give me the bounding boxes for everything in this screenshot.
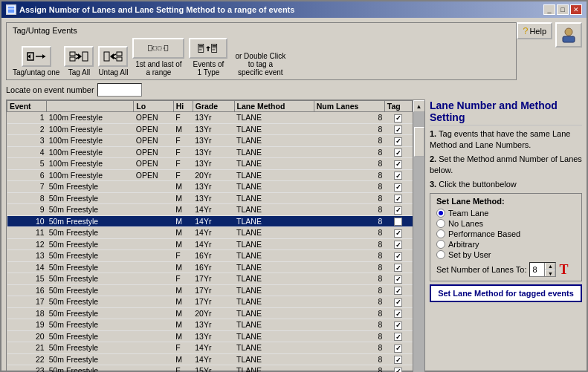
step3-text: Click the buttonbelow	[439, 180, 517, 189]
minimize-button[interactable]: _	[543, 4, 555, 15]
svg-rect-17	[117, 57, 122, 61]
table-row[interactable]: 2100m FreestyleOPENM13YrTLANE8	[7, 123, 413, 135]
svg-rect-20	[158, 47, 162, 50]
radio-no-lanes[interactable]: No Lanes	[436, 219, 575, 228]
table-scroll[interactable]: Event Lo Hi Grade Lane Method Num Lanes …	[7, 100, 413, 372]
locate-input[interactable]	[97, 83, 142, 97]
table-row[interactable]: 1050m FreestyleM14YrTLANE8	[7, 215, 413, 227]
title-bar: Assign Number of Lanes and Lane Setting …	[1, 1, 587, 18]
tag-group: Tag/Untag Events Tag/untag one	[6, 22, 517, 80]
radio-performance-based-circle	[436, 229, 445, 238]
table-row[interactable]: 1150m FreestyleM14YrTLANE8	[7, 227, 413, 239]
row-checkbox[interactable]	[394, 241, 402, 249]
table-row[interactable]: 1750m FreestyleM17YrTLANE8	[7, 296, 413, 308]
row-checkbox[interactable]	[394, 206, 402, 215]
table-row[interactable]: 2050m FreestyleM13YrTLANE8	[7, 330, 413, 342]
row-checkbox[interactable]	[394, 183, 402, 192]
vertical-scrollbar[interactable]: ▲ ▼	[413, 100, 424, 372]
table-row[interactable]: 950m FreestyleM14YrTLANE8	[7, 204, 413, 216]
table-row[interactable]: 5100m FreestyleOPENF13YrTLANE8	[7, 158, 413, 170]
content-area: Tag/Untag Events Tag/untag one	[1, 18, 587, 372]
radio-set-by-user-label: Set by User	[448, 250, 491, 259]
row-checkbox[interactable]	[394, 218, 402, 226]
lanes-arrows: ▲ ▼	[544, 262, 555, 277]
svg-rect-0	[7, 6, 15, 13]
table-row[interactable]: 1550m FreestyleF17YrTLANE8	[7, 273, 413, 285]
scroll-up-arrow[interactable]: ▲	[413, 100, 425, 112]
row-checkbox[interactable]	[394, 137, 402, 146]
svg-rect-27	[199, 50, 202, 50]
help-label: Help	[529, 27, 546, 36]
row-checkbox[interactable]	[394, 356, 402, 364]
row-checkbox[interactable]	[394, 160, 402, 169]
row-checkbox[interactable]	[394, 195, 402, 203]
lanes-spinbox[interactable]: 8 ▲ ▼	[529, 262, 556, 277]
scroll-thumb[interactable]	[414, 127, 424, 157]
table-row[interactable]: 2250m FreestyleM14YrTLANE8	[7, 353, 413, 365]
events-table: Event Lo Hi Grade Lane Method Num Lanes …	[7, 100, 413, 372]
row-checkbox[interactable]	[394, 252, 402, 261]
row-checkbox[interactable]	[394, 275, 402, 284]
tag-group-title: Tag/Untag Events	[13, 26, 510, 35]
row-checkbox[interactable]	[394, 310, 402, 318]
table-row[interactable]: 1450m FreestyleM16YrTLANE8	[7, 261, 413, 273]
close-button[interactable]: ✕	[570, 4, 582, 15]
spin-down-arrow[interactable]: ▼	[545, 270, 555, 277]
table-row[interactable]: 3100m FreestyleOPENF13YrTLANE8	[7, 135, 413, 147]
method-group: Set Lane Method: Team Lane No Lanes Perf…	[430, 193, 582, 281]
row-checkbox[interactable]	[394, 172, 402, 180]
row-checkbox[interactable]	[394, 322, 402, 330]
row-checkbox[interactable]	[394, 345, 402, 353]
table-row[interactable]: 1100m FreestyleOPENF13YrTLANE8	[7, 112, 413, 124]
radio-set-by-user[interactable]: Set by User	[436, 250, 575, 259]
row-checkbox[interactable]	[394, 149, 402, 157]
row-checkbox[interactable]	[394, 229, 402, 238]
table-row[interactable]: 2150m FreestyleF14YrTLANE8	[7, 342, 413, 354]
events-type-label: Events of1 Type	[193, 60, 224, 76]
table-row[interactable]: 1350m FreestyleF16YrTLANE8	[7, 250, 413, 262]
svg-rect-16	[117, 52, 122, 56]
radio-arbitrary[interactable]: Arbitrary	[436, 240, 575, 249]
maximize-button[interactable]: □	[557, 4, 569, 15]
radio-no-lanes-circle	[436, 219, 445, 228]
set-method-button[interactable]: Set Lane Method for tagged events	[430, 284, 582, 302]
row-checkbox[interactable]	[394, 298, 402, 307]
first-last-group: 1st and last of a range	[132, 38, 184, 76]
tag-untag-one-group: Tag/untag one	[13, 46, 59, 76]
table-row[interactable]: 1250m FreestyleM14YrTLANE8	[7, 238, 413, 250]
right-panel: Lane Number and Method Setting 1. Tag ev…	[430, 99, 582, 372]
table-row[interactable]: 2350m FreestyleF15YrTLANE8	[7, 365, 413, 373]
tag-untag-one-button[interactable]	[22, 46, 51, 67]
untag-all-button[interactable]	[98, 46, 128, 67]
table-row[interactable]: 1650m FreestyleM17YrTLANE8	[7, 284, 413, 296]
locate-label: Locate on event number	[6, 85, 94, 94]
row-checkbox[interactable]	[394, 264, 402, 272]
radio-performance-based[interactable]: Performance Based	[436, 229, 575, 238]
first-last-button[interactable]	[132, 38, 184, 59]
svg-point-33	[565, 28, 572, 36]
radio-team-lane[interactable]: Team Lane	[436, 209, 575, 218]
spin-up-arrow[interactable]: ▲	[545, 262, 555, 270]
step2-text: Set the Method anmd Number of Lanes belo…	[430, 154, 582, 174]
events-type-button[interactable]	[189, 38, 227, 59]
table-row[interactable]: 850m FreestyleM13YrTLANE8	[7, 192, 413, 204]
row-checkbox[interactable]	[394, 368, 402, 373]
col-lo: Lo	[134, 101, 173, 112]
svg-rect-31	[213, 48, 216, 48]
svg-rect-30	[213, 45, 216, 47]
svg-rect-19	[153, 47, 157, 50]
table-row[interactable]: 4100m FreestyleOPENF13YrTLANE8	[7, 146, 413, 158]
tag-all-button[interactable]	[64, 46, 94, 67]
table-row[interactable]: 1850m FreestyleM20YrTLANE8	[7, 307, 413, 319]
row-checkbox[interactable]	[394, 333, 402, 341]
table-row[interactable]: 750m FreestyleM13YrTLANE8	[7, 181, 413, 193]
profile-button[interactable]	[555, 22, 582, 48]
table-row[interactable]: 6100m FreestyleOPENF20YrTLANE8	[7, 169, 413, 181]
row-checkbox[interactable]	[394, 125, 402, 134]
row-checkbox[interactable]	[394, 287, 402, 295]
table-row[interactable]: 1950m FreestyleM13YrTLANE8	[7, 319, 413, 331]
t-indicator: T	[559, 262, 568, 278]
svg-rect-6	[70, 52, 75, 56]
row-checkbox[interactable]	[394, 114, 402, 123]
help-button[interactable]: ? Help	[517, 22, 552, 39]
